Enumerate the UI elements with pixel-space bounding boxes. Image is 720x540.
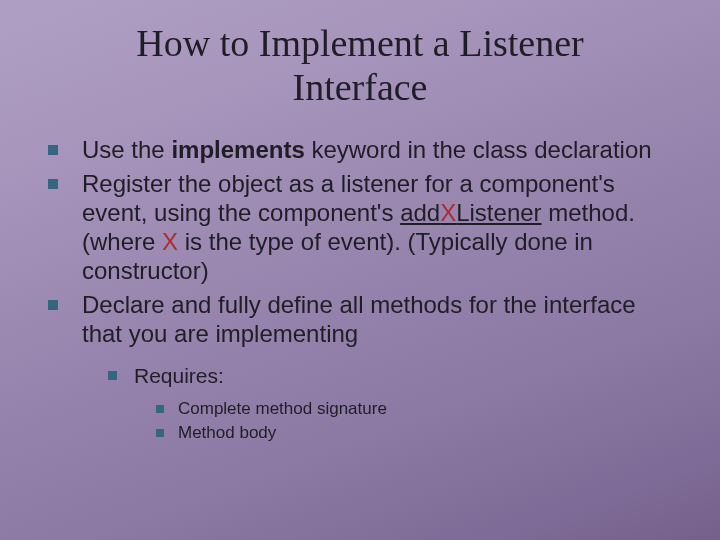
bullet-3-text: Declare and fully define all methods for… [82, 291, 636, 347]
bullet-3: Declare and fully define all methods for… [48, 290, 680, 446]
slide-title: How to Implement a Listener Interface [40, 22, 680, 109]
bullet-list: Use the implements keyword in the class … [48, 135, 680, 445]
bullet-1: Use the implements keyword in the class … [48, 135, 680, 164]
square-bullet-icon [156, 429, 164, 437]
bullet-2-text: Register the object as a listener for a … [82, 170, 635, 285]
square-bullet-icon [48, 300, 58, 310]
square-bullet-icon [48, 145, 58, 155]
keyword-implements: implements [171, 136, 304, 163]
bullet-2: Register the object as a listener for a … [48, 169, 680, 286]
sub-bullet-list: Requires: Complete method signature Meth… [108, 362, 680, 445]
requires-label: Requires: [134, 364, 224, 387]
sub-sub-bullet-list: Complete method signature Method body [156, 398, 680, 446]
title-line-1: How to Implement a Listener [136, 22, 583, 64]
sub-bullet-requires: Requires: Complete method signature Meth… [108, 362, 680, 445]
req-item-1: Complete method signature [156, 398, 680, 421]
slide: How to Implement a Listener Interface Us… [0, 0, 720, 540]
square-bullet-icon [156, 405, 164, 413]
bullet-1-text: Use the implements keyword in the class … [82, 136, 652, 163]
square-bullet-icon [108, 371, 117, 380]
placeholder-x: X [440, 199, 456, 226]
title-line-2: Interface [293, 66, 428, 108]
square-bullet-icon [48, 179, 58, 189]
placeholder-x: X [162, 228, 178, 255]
req-item-2: Method body [156, 422, 680, 445]
method-name: addXListener [400, 199, 541, 226]
